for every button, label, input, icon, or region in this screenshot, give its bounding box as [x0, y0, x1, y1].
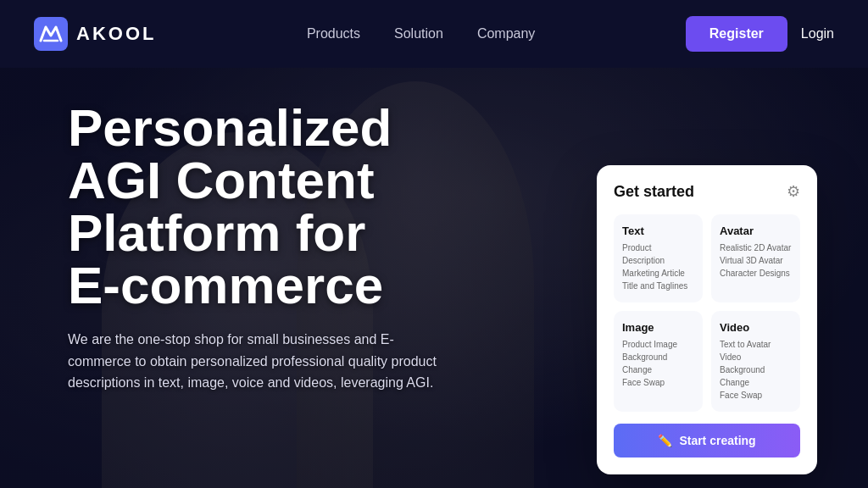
- card-title: Get started: [614, 183, 694, 201]
- headline-line3: Platform for: [68, 207, 441, 259]
- headline-line2: AGI Content: [68, 154, 441, 207]
- logo[interactable]: AKOOL: [34, 17, 156, 51]
- gear-icon[interactable]: ⚙: [787, 182, 800, 201]
- nav-actions: Register Login: [686, 16, 834, 52]
- hero-content: Personalized AGI Content Platform for E-…: [68, 102, 441, 394]
- card-item-text-desc: Product Description Marketing Article Ti…: [622, 241, 694, 292]
- akool-logo-icon: [34, 17, 68, 51]
- hero-subtext: We are the one-stop shop for small busin…: [68, 329, 441, 394]
- headline-line4: E-commerce: [68, 259, 441, 312]
- login-button[interactable]: Login: [801, 26, 834, 42]
- headline-line1: Personalized: [68, 102, 441, 154]
- card-item-video-title: Video: [720, 321, 792, 334]
- nav-solution[interactable]: Solution: [394, 26, 443, 42]
- card-item-image-title: Image: [622, 321, 694, 334]
- card-header: Get started ⚙: [614, 182, 800, 201]
- navbar: AKOOL Products Solution Company Register…: [0, 0, 868, 68]
- register-button[interactable]: Register: [686, 16, 787, 52]
- nav-company[interactable]: Company: [477, 26, 535, 42]
- card-item-avatar[interactable]: Avatar Realistic 2D Avatar Virtual 3D Av…: [711, 214, 800, 302]
- start-creating-button[interactable]: ✏️ Start creating: [614, 424, 800, 458]
- nav-links: Products Solution Company: [307, 26, 535, 42]
- card-item-image-desc: Product Image Background Change Face Swa…: [622, 338, 694, 389]
- card-item-text-title: Text: [622, 225, 694, 237]
- card-item-video[interactable]: Video Text to Avatar Video Background Ch…: [711, 311, 800, 412]
- card-item-video-desc: Text to Avatar Video Background Change F…: [720, 338, 792, 402]
- card-item-image[interactable]: Image Product Image Background Change Fa…: [614, 311, 703, 412]
- card-item-text[interactable]: Text Product Description Marketing Artic…: [614, 214, 703, 302]
- card-item-avatar-desc: Realistic 2D Avatar Virtual 3D Avatar Ch…: [720, 241, 792, 280]
- hero-section: Personalized AGI Content Platform for E-…: [0, 0, 868, 488]
- logo-text: AKOOL: [76, 23, 156, 45]
- card-grid: Text Product Description Marketing Artic…: [614, 214, 800, 412]
- nav-products[interactable]: Products: [307, 26, 360, 42]
- start-creating-label: Start creating: [679, 434, 755, 447]
- get-started-card: Get started ⚙ Text Product Description M…: [597, 165, 817, 474]
- pencil-icon: ✏️: [658, 434, 672, 447]
- card-item-avatar-title: Avatar: [720, 225, 792, 237]
- hero-headline: Personalized AGI Content Platform for E-…: [68, 102, 441, 312]
